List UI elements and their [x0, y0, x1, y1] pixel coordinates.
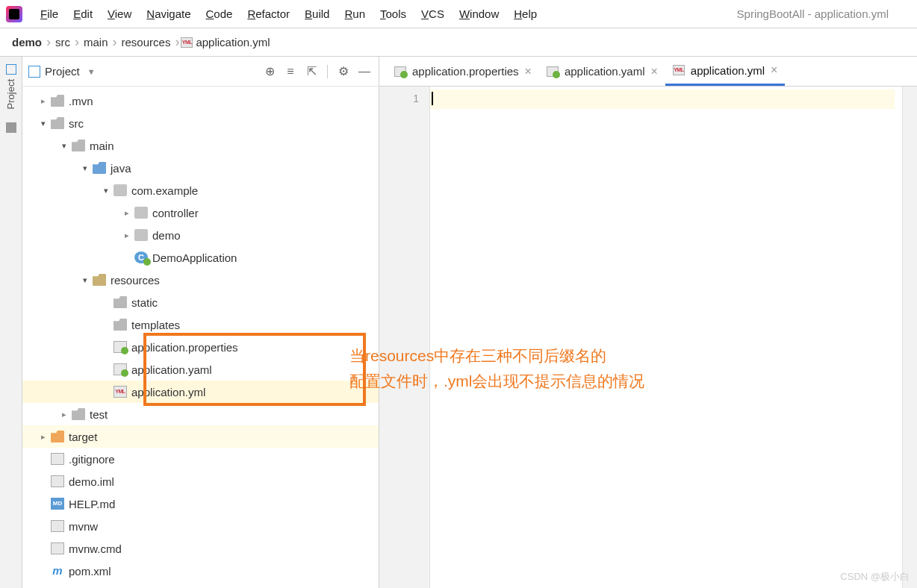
- chevron-right-icon[interactable]: [58, 410, 70, 419]
- gear-icon[interactable]: ⚙: [335, 63, 352, 80]
- chevron-right-icon[interactable]: [121, 208, 133, 218]
- tree-node-pom-xml[interactable]: pom.xml: [22, 560, 379, 582]
- props-icon: [394, 66, 406, 77]
- chevron-down-icon[interactable]: [100, 186, 112, 196]
- folder-icon: [51, 431, 64, 442]
- tab-application-properties[interactable]: application.properties×: [387, 57, 539, 86]
- menu-code[interactable]: Code: [199, 6, 240, 22]
- chevron-right-icon: ›: [73, 34, 81, 50]
- tree-label: .mvn: [69, 95, 93, 107]
- tree-label: templates: [131, 319, 180, 331]
- project-tree[interactable]: .mvnsrcmainjavacom.examplecontrollerdemo…: [22, 87, 379, 588]
- tree-node-mvnw-cmd[interactable]: mvnw.cmd: [22, 537, 379, 560]
- tree-label: application.properties: [131, 341, 238, 354]
- tree-node-main[interactable]: main: [22, 134, 379, 157]
- chevron-down-icon[interactable]: [58, 141, 70, 151]
- tab-application-yml[interactable]: application.yml×: [665, 57, 786, 86]
- folder-icon: [51, 95, 64, 107]
- tab-application-yaml[interactable]: application.yaml×: [539, 57, 665, 86]
- menu-edit[interactable]: Edit: [66, 6, 100, 22]
- tree-node-application-properties[interactable]: application.properties: [22, 336, 379, 358]
- tree-label: demo: [152, 229, 181, 242]
- tree-node-com-example[interactable]: com.example: [22, 179, 379, 201]
- folder-icon: [72, 140, 85, 151]
- collapse-all-icon[interactable]: ⇱: [303, 63, 320, 80]
- tree-node-HELP-md[interactable]: HELP.md: [22, 492, 379, 515]
- breadcrumb-seg[interactable]: resources: [119, 36, 174, 49]
- breadcrumb-seg[interactable]: src: [52, 36, 73, 49]
- tree-node-demo-iml[interactable]: demo.iml: [22, 470, 379, 492]
- code-area[interactable]: [430, 87, 917, 588]
- editor[interactable]: 1: [379, 87, 917, 588]
- structure-tool-icon[interactable]: [6, 122, 16, 133]
- locate-icon[interactable]: ⊕: [261, 63, 278, 80]
- menu-view[interactable]: View: [100, 6, 139, 22]
- expand-all-icon[interactable]: ≡: [282, 63, 299, 80]
- tool-window-bar[interactable]: Project: [0, 57, 22, 588]
- tree-node-java[interactable]: java: [22, 157, 379, 179]
- menu-refactor[interactable]: Refactor: [240, 6, 297, 22]
- tree-node-demo[interactable]: demo: [22, 224, 379, 246]
- chevron-down-icon[interactable]: [79, 163, 91, 173]
- scrollbar-vertical[interactable]: [902, 87, 917, 588]
- editor-tabs: application.properties×application.yaml×…: [379, 57, 917, 87]
- project-sidebar: Project ▼ ⊕ ≡ ⇱ ⚙ — .mvnsrcmainjavacom.e…: [22, 57, 379, 588]
- breadcrumb-seg[interactable]: demo: [9, 36, 45, 49]
- close-icon[interactable]: ×: [771, 63, 777, 77]
- tree-label: mvnw.cmd: [69, 542, 122, 555]
- editor-area: application.properties×application.yaml×…: [379, 57, 917, 588]
- tree-node-application-yaml[interactable]: application.yaml: [22, 358, 379, 381]
- tree-node-test[interactable]: test: [22, 403, 379, 425]
- tree-label: pom.xml: [69, 565, 111, 578]
- tab-label: application.yml: [691, 64, 765, 77]
- chevron-right-icon[interactable]: [37, 432, 49, 442]
- folder-icon: [93, 274, 106, 286]
- tree-node--gitignore[interactable]: .gitignore: [22, 448, 379, 470]
- project-tool-label[interactable]: Project: [5, 79, 16, 109]
- chevron-right-icon: ›: [111, 34, 119, 50]
- chevron-right-icon[interactable]: [37, 96, 49, 106]
- chevron-right-icon[interactable]: [121, 231, 133, 240]
- tab-label: application.properties: [412, 65, 519, 78]
- pkg-icon: [134, 229, 148, 241]
- watermark: CSDN @极小白: [840, 570, 910, 584]
- close-icon[interactable]: ×: [651, 65, 658, 78]
- code-line[interactable]: [430, 90, 895, 109]
- menu-window[interactable]: Window: [452, 6, 506, 22]
- tree-node-static[interactable]: static: [22, 291, 379, 313]
- tree-node-target[interactable]: target: [22, 425, 379, 448]
- hide-icon[interactable]: —: [356, 63, 373, 80]
- chevron-down-icon[interactable]: [79, 275, 91, 285]
- tree-node-DemoApplication[interactable]: DemoApplication: [22, 246, 379, 269]
- tree-node-mvnw[interactable]: mvnw: [22, 515, 379, 537]
- tree-label: mvnw: [69, 520, 98, 533]
- menu-build[interactable]: Build: [297, 6, 337, 22]
- breadcrumb-seg[interactable]: application.yml: [193, 36, 273, 49]
- tree-node-application-yml[interactable]: application.yml: [22, 381, 379, 403]
- tree-node-templates[interactable]: templates: [22, 313, 379, 336]
- menu-navigate[interactable]: Navigate: [139, 6, 198, 22]
- menu-run[interactable]: Run: [337, 6, 373, 22]
- menu-tools[interactable]: Tools: [373, 6, 414, 22]
- menu-vcs[interactable]: VCS: [414, 6, 452, 22]
- tree-label: .gitignore: [69, 453, 115, 466]
- tree-node-src[interactable]: src: [22, 112, 379, 134]
- pkg-icon: [114, 184, 127, 196]
- menubar: FileEditViewNavigateCodeRefactorBuildRun…: [0, 0, 917, 28]
- chevron-down-icon[interactable]: ▼: [87, 67, 96, 76]
- project-tool-icon[interactable]: [6, 64, 16, 75]
- breadcrumb-seg[interactable]: main: [81, 36, 111, 49]
- folder-icon: [51, 117, 64, 129]
- props-icon: [114, 341, 127, 353]
- text-cursor: [432, 92, 433, 105]
- close-icon[interactable]: ×: [525, 65, 532, 78]
- chevron-down-icon[interactable]: [37, 119, 49, 128]
- sidebar-title[interactable]: Project: [45, 65, 80, 78]
- folder-icon: [114, 296, 127, 308]
- tree-node-resources[interactable]: resources: [22, 269, 379, 291]
- menu-help[interactable]: Help: [506, 6, 544, 22]
- tree-node--mvn[interactable]: .mvn: [22, 90, 379, 112]
- menu-file[interactable]: File: [33, 6, 66, 22]
- tree-node-controller[interactable]: controller: [22, 201, 379, 224]
- file-icon: [51, 475, 64, 487]
